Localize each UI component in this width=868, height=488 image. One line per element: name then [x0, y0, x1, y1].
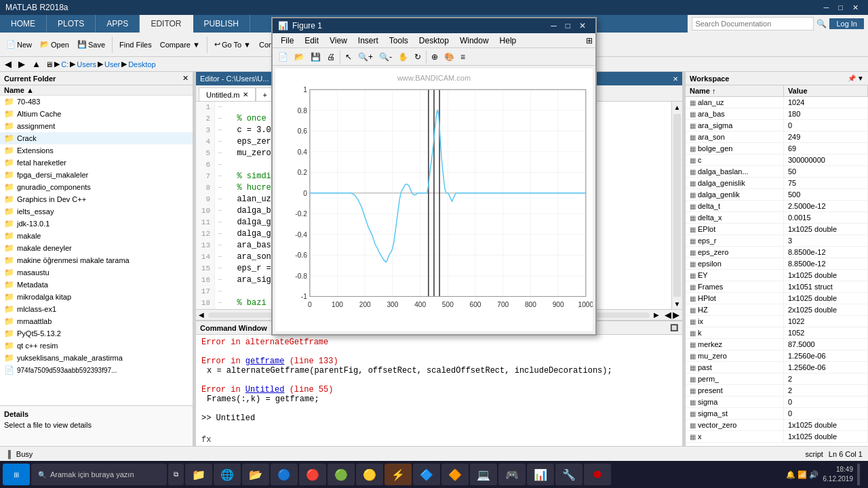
maximize-btn[interactable]: □ — [834, 0, 847, 15]
figure-menu-file[interactable]: File — [275, 33, 299, 48]
taskbar-green-app[interactable]: 🟢 — [328, 464, 355, 485]
nav-user[interactable]: User — [104, 60, 120, 68]
figure-dock-btn[interactable]: ⊞ — [586, 36, 593, 45]
workspace-row[interactable]: ▦merkez87.5000 — [686, 339, 868, 350]
find-files-btn[interactable]: Find Files — [116, 35, 155, 54]
close-btn[interactable]: ✕ — [848, 0, 863, 15]
figure-minimize-btn[interactable]: ─ — [547, 21, 561, 30]
task-view-btn[interactable]: ⧉ — [168, 464, 184, 485]
list-item[interactable]: 📁mlclass-ex1 — [0, 303, 193, 315]
taskbar-orange[interactable]: 🔶 — [441, 464, 469, 485]
search-taskbar-btn[interactable]: 🔍 Aramak için buraya yazın — [31, 464, 167, 485]
nav-users[interactable]: Users — [77, 60, 96, 68]
list-item[interactable]: 📁jdk-13.0.1 — [0, 218, 193, 230]
figure-menu-view[interactable]: View — [324, 33, 353, 48]
list-item[interactable]: 📁makale — [0, 230, 193, 242]
hscroll-left-btn[interactable]: ◀ — [196, 311, 207, 319]
editor-scrollbar[interactable]: ▲ ▼ — [671, 102, 682, 309]
start-btn[interactable]: ⊞ — [3, 464, 30, 485]
fig-legend-btn[interactable]: ≡ — [458, 51, 468, 63]
list-item[interactable]: 📁PyQt5-5.13.2 — [0, 327, 193, 340]
list-item[interactable]: 📁assignment — [0, 120, 193, 132]
workspace-row[interactable]: ▦delta_t2.5000e-12 — [686, 201, 868, 212]
list-item[interactable]: 📁ielts_essay — [0, 205, 193, 218]
list-item[interactable]: 📄974fa7509d593aabb592393f97... — [0, 364, 193, 376]
workspace-row[interactable]: ▦eps_r3 — [686, 235, 868, 247]
nav-forward-btn[interactable]: ▶ — [16, 59, 27, 69]
taskbar-edge[interactable]: 🌐 — [214, 464, 241, 485]
workspace-row[interactable]: ▦perm_2 — [686, 373, 868, 385]
workspace-row[interactable]: ▦Frames1x1051 struct — [686, 281, 868, 293]
workspace-pin-btn[interactable]: 📌 — [848, 75, 856, 82]
tab-editor[interactable]: EDITOR — [140, 15, 193, 33]
list-item[interactable]: 📁Metadata — [0, 279, 193, 291]
workspace-row[interactable]: ▦vector_zero1x1025 double — [686, 420, 868, 431]
fig-open-btn[interactable]: 📂 — [292, 51, 307, 63]
workspace-row[interactable]: ▦dalga_genlik500 — [686, 189, 868, 201]
list-item[interactable]: 📁qt c++ resim — [0, 340, 193, 352]
workspace-row[interactable]: ▦alan_uz1024 — [686, 97, 868, 108]
search-documentation-input[interactable] — [692, 17, 814, 30]
workspace-row[interactable]: ▦HZ2x1025 double — [686, 304, 868, 316]
workspace-row[interactable]: ▦EY1x1025 double — [686, 270, 868, 281]
taskbar-game[interactable]: 🎮 — [498, 464, 526, 485]
figure-menu-insert[interactable]: Insert — [353, 33, 384, 48]
scroll-thumb[interactable] — [673, 114, 681, 297]
list-item[interactable]: 📁Extensions — [0, 144, 193, 157]
editor-tab-untitled[interactable]: Untitled.m ✕ — [199, 87, 256, 101]
workspace-row[interactable]: ▦mu_zero1.2560e-06 — [686, 350, 868, 362]
workspace-row[interactable]: ▦dalga_baslan...50 — [686, 166, 868, 178]
figure-menu-window[interactable]: Window — [454, 33, 494, 48]
editor-panel-close-btn[interactable]: ✕ — [673, 75, 678, 83]
list-item[interactable]: 📁fpga_dersi_makaleler — [0, 169, 193, 181]
taskbar-yellow-app[interactable]: 🟡 — [356, 464, 383, 485]
figure-close-btn[interactable]: ✕ — [575, 21, 590, 30]
taskbar-matlab-icon[interactable]: ⚡ — [384, 464, 412, 485]
figure-menu-desktop[interactable]: Desktop — [414, 33, 454, 48]
list-item-crack[interactable]: 📁Crack — [0, 132, 193, 144]
nav-desktop[interactable]: Desktop — [128, 60, 155, 68]
nav-c-drive[interactable]: C: — [61, 60, 68, 68]
getframe-link[interactable]: getframe — [245, 357, 285, 366]
workspace-row[interactable]: ▦bolge_gen69 — [686, 143, 868, 155]
workspace-row[interactable]: ▦HPlot1x1025 double — [686, 293, 868, 304]
nav-next-btn[interactable]: ▶ — [673, 310, 679, 320]
fig-colorbar-btn[interactable]: 🎨 — [441, 51, 457, 63]
figure-menu-help[interactable]: Help — [494, 33, 522, 48]
taskbar-bandicam[interactable]: ⏺ — [584, 464, 611, 485]
fig-pan-btn[interactable]: ✋ — [395, 51, 411, 63]
workspace-row[interactable]: ▦k1052 — [686, 327, 868, 339]
taskbar-files[interactable]: 📂 — [242, 464, 269, 485]
workspace-row[interactable]: ▦EPlot1x1025 double — [686, 224, 868, 235]
list-item[interactable]: 📁gnuradio_components — [0, 181, 193, 193]
scroll-down-btn[interactable]: ▼ — [672, 298, 682, 309]
ws-col-value[interactable]: Value — [783, 85, 867, 97]
fig-print-btn[interactable]: 🖨 — [324, 51, 338, 63]
list-item[interactable]: 📁yukseklisans_makale_arastirma — [0, 352, 193, 364]
taskbar-blue-app[interactable]: 🔵 — [271, 464, 298, 485]
open-btn[interactable]: 📂 Open — [37, 35, 73, 54]
search-btn[interactable]: 🔍 — [816, 19, 827, 28]
show-desktop-btn[interactable] — [857, 464, 860, 485]
current-folder-close-btn[interactable]: ✕ — [182, 74, 189, 83]
fig-rotate-btn[interactable]: ↻ — [412, 51, 424, 63]
taskbar-matlab[interactable]: 🔧 — [555, 464, 583, 485]
log-in-btn[interactable]: Log In — [829, 18, 864, 29]
taskbar-file-explorer[interactable]: 📁 — [185, 464, 212, 485]
nav-back-btn[interactable]: ◀ — [3, 59, 14, 69]
scroll-up-btn[interactable]: ▲ — [672, 102, 682, 113]
workspace-row[interactable]: ▦ara_bas180 — [686, 108, 868, 120]
list-item[interactable]: 📁70-483 — [0, 96, 193, 108]
figure-menu-edit[interactable]: Edit — [299, 33, 324, 48]
workspace-row[interactable]: ▦x1x1025 double — [686, 431, 868, 443]
workspace-row[interactable]: ▦dalga_genislik75 — [686, 178, 868, 189]
list-item[interactable]: 📁Graphics in Dev C++ — [0, 193, 193, 205]
workspace-row[interactable]: ▦sigma0 — [686, 396, 868, 408]
editor-tab-close-icon[interactable]: ✕ — [243, 91, 248, 98]
workspace-close-btn[interactable]: ▼ — [857, 75, 864, 82]
list-item[interactable]: 📁Altium Cache — [0, 108, 193, 120]
tab-home[interactable]: HOME — [0, 15, 47, 33]
workspace-row[interactable]: ▦c300000000 — [686, 155, 868, 166]
workspace-row[interactable]: ▦eps_zero8.8500e-12 — [686, 247, 868, 258]
go-to-btn[interactable]: ↩ Go To ▼ — [211, 35, 254, 54]
